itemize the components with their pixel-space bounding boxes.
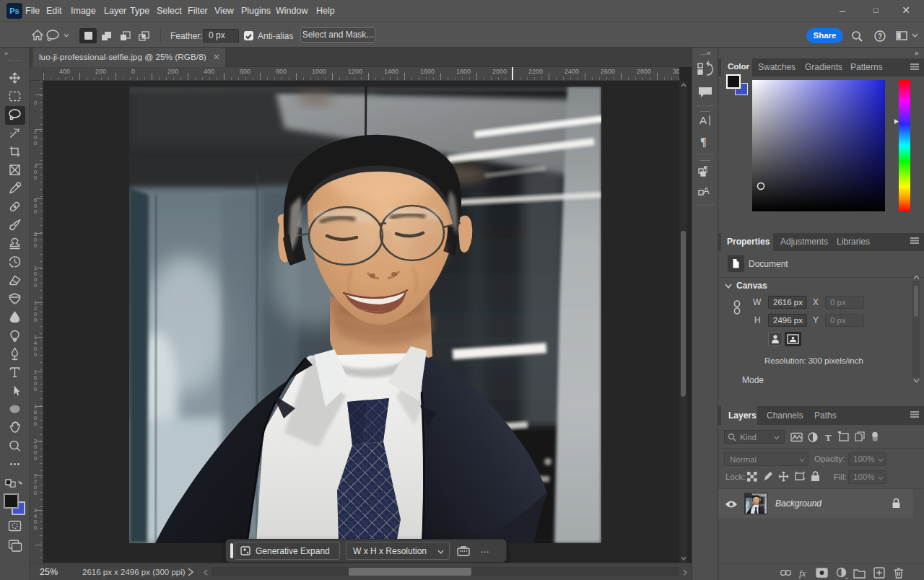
svg-text:¶: ¶ — [700, 136, 707, 148]
svg-text:T: T — [825, 432, 832, 443]
svg-text:A: A — [699, 114, 707, 126]
svg-text:fx: fx — [799, 568, 806, 579]
svg-text:A: A — [703, 185, 710, 196]
svg-text:?: ? — [878, 32, 882, 40]
